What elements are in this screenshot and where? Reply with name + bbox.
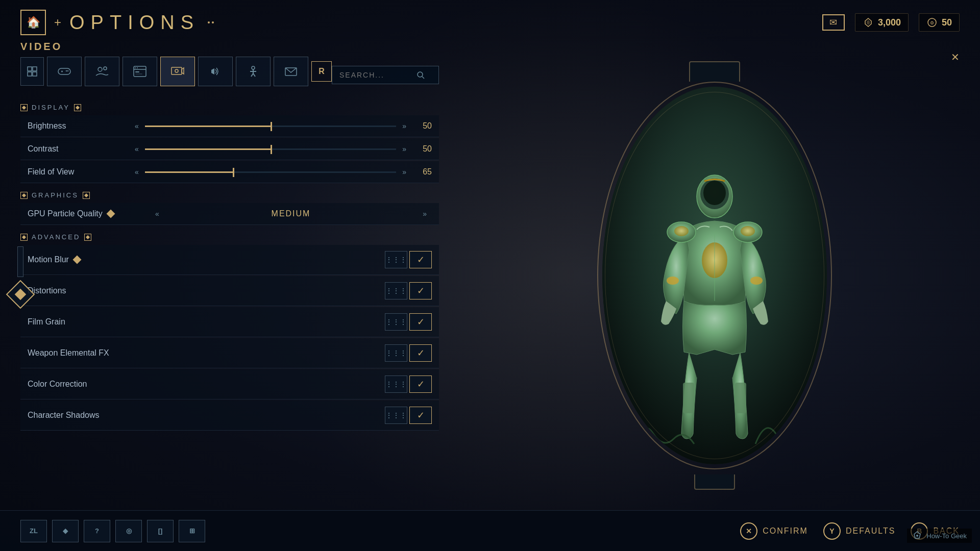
svg-marker-34 bbox=[76, 106, 80, 110]
video-header: VIDEO bbox=[20, 41, 439, 57]
tab-gamepad[interactable] bbox=[47, 57, 82, 86]
side-diamond-button[interactable] bbox=[6, 280, 35, 309]
search-bar[interactable] bbox=[332, 66, 439, 84]
contrast-left-arrow[interactable]: « bbox=[135, 145, 139, 153]
film-grain-info-btn[interactable]: ⋮⋮⋮ bbox=[385, 313, 407, 331]
svg-marker-22 bbox=[182, 68, 184, 74]
character-shadows-label: Character Shadows bbox=[28, 411, 385, 420]
nav-diamond-button[interactable]: ◆ bbox=[52, 520, 79, 542]
currency-area: ✉ 3,000 ⚙ 50 bbox=[822, 13, 960, 32]
window-button[interactable]: [] bbox=[147, 520, 174, 542]
frame-ornament-bottom bbox=[694, 474, 735, 490]
fov-right-arrow[interactable]: » bbox=[402, 168, 406, 176]
credits-currency: ⚙ 50 bbox=[919, 13, 960, 32]
brightness-label: Brightness bbox=[28, 121, 130, 131]
contrast-slider[interactable]: « » bbox=[130, 145, 411, 153]
weapon-fx-info-btn[interactable]: ⋮⋮⋮ bbox=[385, 344, 407, 362]
film-grain-controls[interactable]: ⋮⋮⋮ ✓ bbox=[385, 313, 432, 331]
fov-left-arrow[interactable]: « bbox=[135, 168, 139, 176]
svg-point-11 bbox=[66, 70, 67, 71]
motion-blur-controls[interactable]: ⋮⋮⋮ ✓ bbox=[385, 251, 432, 268]
brightness-right-arrow[interactable]: » bbox=[402, 122, 406, 130]
credits-icon: ⚙ bbox=[926, 17, 938, 28]
search-button[interactable]: ◎ bbox=[115, 520, 142, 542]
defaults-button[interactable]: Y DEFAULTS bbox=[823, 522, 896, 540]
platinum-currency: 3,000 bbox=[855, 13, 909, 32]
svg-point-13 bbox=[98, 67, 102, 71]
app-title: OPTIONS bbox=[69, 12, 200, 34]
tab-interface[interactable] bbox=[122, 57, 157, 86]
svg-rect-21 bbox=[172, 67, 182, 74]
color-correction-controls[interactable]: ⋮⋮⋮ ✓ bbox=[385, 375, 432, 393]
confirm-button[interactable]: ✕ CONFIRM bbox=[740, 522, 808, 540]
tab-video[interactable] bbox=[160, 57, 195, 86]
graphics-section-header: GRAPHICS bbox=[20, 184, 439, 203]
svg-marker-37 bbox=[22, 235, 26, 239]
fov-slider[interactable]: « » bbox=[130, 168, 411, 176]
contrast-row: Contrast « » 50 bbox=[20, 138, 439, 160]
mail-icon[interactable]: ✉ bbox=[822, 14, 845, 31]
tab-audio[interactable] bbox=[198, 57, 233, 86]
distortions-controls[interactable]: ⋮⋮⋮ ✓ bbox=[385, 282, 432, 299]
gpu-right-arrow[interactable]: » bbox=[423, 210, 427, 218]
svg-point-14 bbox=[104, 67, 107, 70]
distortions-info-btn[interactable]: ⋮⋮⋮ bbox=[385, 282, 407, 299]
plus-icon: + bbox=[54, 15, 61, 30]
side-diamond-inner bbox=[15, 289, 27, 300]
confirm-icon: ✕ bbox=[740, 522, 757, 540]
gpu-diamond-icon bbox=[106, 210, 115, 218]
brightness-track[interactable] bbox=[145, 126, 396, 127]
svg-marker-24 bbox=[211, 68, 214, 74]
color-correction-info-btn[interactable]: ⋮⋮⋮ bbox=[385, 375, 407, 393]
character-shadows-info-btn[interactable]: ⋮⋮⋮ bbox=[385, 407, 407, 424]
r-badge: R bbox=[311, 61, 332, 82]
motion-blur-check-btn[interactable]: ✓ bbox=[409, 251, 432, 268]
svg-line-32 bbox=[422, 77, 424, 79]
nav-tabs: R bbox=[20, 57, 332, 86]
distortions-check-btn[interactable]: ✓ bbox=[409, 282, 432, 299]
motion-blur-info-btn[interactable]: ⋮⋮⋮ bbox=[385, 251, 407, 268]
svg-rect-19 bbox=[135, 71, 139, 72]
svg-rect-6 bbox=[28, 72, 32, 76]
color-correction-check-btn[interactable]: ✓ bbox=[409, 375, 432, 393]
weapon-fx-label: Weapon Elemental FX bbox=[28, 348, 385, 358]
gpu-quality-label: GPU Particle Quality bbox=[28, 209, 150, 218]
contrast-right-arrow[interactable]: » bbox=[402, 145, 406, 153]
confirm-label: CONFIRM bbox=[763, 527, 808, 536]
brightness-slider[interactable]: « » bbox=[130, 122, 411, 130]
display-label: DISPLAY bbox=[32, 104, 70, 111]
motion-blur-row: Motion Blur ⋮⋮⋮ ✓ bbox=[20, 245, 439, 275]
weapon-fx-check-btn[interactable]: ✓ bbox=[409, 344, 432, 362]
tab-accessibility[interactable] bbox=[236, 57, 271, 86]
advanced-label: ADVANCED bbox=[32, 233, 80, 241]
watermark: How-To Geek bbox=[907, 529, 972, 543]
contrast-track[interactable] bbox=[145, 148, 396, 150]
tab-square[interactable] bbox=[20, 57, 44, 86]
side-nav bbox=[10, 246, 31, 305]
svg-rect-5 bbox=[33, 67, 37, 71]
weapon-fx-controls[interactable]: ⋮⋮⋮ ✓ bbox=[385, 344, 432, 362]
fov-track[interactable] bbox=[145, 171, 396, 173]
close-button[interactable]: ✕ bbox=[951, 51, 960, 63]
display-section-header: DISPLAY bbox=[20, 96, 439, 115]
gpu-quality-selector[interactable]: « MEDIUM » bbox=[150, 209, 432, 218]
character-shadows-controls[interactable]: ⋮⋮⋮ ✓ bbox=[385, 407, 432, 424]
film-grain-check-btn[interactable]: ✓ bbox=[409, 313, 432, 331]
tab-mail[interactable] bbox=[274, 57, 308, 86]
character-shadows-check-btn[interactable]: ✓ bbox=[409, 407, 432, 424]
character-shadows-row: Character Shadows ⋮⋮⋮ ✓ bbox=[20, 400, 439, 431]
help-button[interactable]: ? bbox=[84, 520, 110, 542]
gpu-left-arrow[interactable]: « bbox=[155, 210, 159, 218]
svg-marker-33 bbox=[22, 106, 26, 110]
search-input[interactable] bbox=[339, 71, 411, 79]
grid-button[interactable]: ⊞ bbox=[179, 520, 205, 542]
gpu-quality-row: GPU Particle Quality « MEDIUM » bbox=[20, 203, 439, 225]
brightness-left-arrow[interactable]: « bbox=[135, 122, 139, 130]
svg-point-25 bbox=[252, 66, 255, 69]
fov-label: Field of View bbox=[28, 167, 130, 177]
character-frame bbox=[582, 66, 847, 485]
defaults-icon: Y bbox=[823, 522, 841, 540]
zl-button[interactable]: ZL bbox=[20, 520, 47, 542]
tab-social[interactable] bbox=[85, 57, 119, 86]
title-area: 🏠 + OPTIONS bbox=[20, 10, 214, 35]
